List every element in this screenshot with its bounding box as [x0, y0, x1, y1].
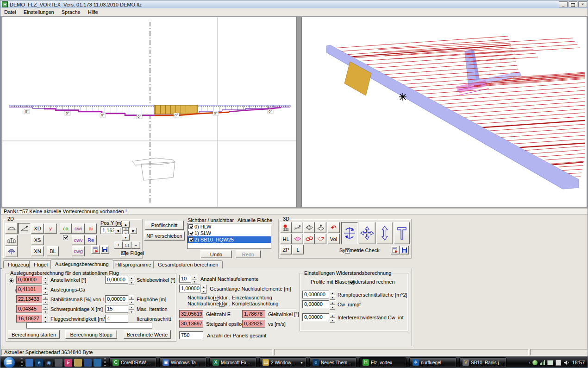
profilschnitt-button[interactable]: Profilschnitt	[145, 221, 184, 230]
zp-button[interactable]: ZP	[280, 245, 292, 254]
schiebewinkel-value[interactable]: 0,00000	[105, 276, 128, 284]
tab-auslegungsberechnung[interactable]: Auslegungsberechnung	[50, 260, 113, 269]
l-button[interactable]: L	[292, 245, 304, 254]
app-window-icon[interactable]	[55, 359, 63, 367]
task-neues-them[interactable]: e Neues Them...	[309, 357, 357, 368]
schwerpunktlage-value[interactable]: 0,04345	[16, 305, 42, 313]
device-icon[interactable]	[556, 360, 561, 366]
export-3d-button[interactable]	[391, 246, 400, 254]
tab-gesamtpolaren[interactable]: Gesamtpolaren berechnen	[153, 260, 223, 269]
battery-icon[interactable]	[547, 360, 553, 365]
zoom-reset-button[interactable]: 1:1	[123, 241, 131, 249]
anstellwinkel-spinner[interactable]: ▲▼	[43, 276, 48, 284]
task-two-windows[interactable]: ▤ 2 Window... ▼	[259, 357, 307, 368]
surface-visible-checkbox[interactable]	[188, 231, 193, 235]
fluggeschwindigkeit-value[interactable]: 16,18627	[16, 315, 42, 323]
np-verschieben-button[interactable]: NP verschieben	[144, 231, 185, 241]
laenge-nachlauf-spinner[interactable]: ▲▼	[201, 285, 206, 292]
re-button[interactable]: Re	[85, 235, 97, 245]
schwerpunktlage-spinner[interactable]: ▲▼	[43, 305, 48, 313]
tray-app-icon[interactable]	[532, 360, 538, 365]
show-desktop-icon[interactable]	[25, 359, 33, 367]
ca-checkbox[interactable]	[63, 235, 68, 240]
switch-window-icon[interactable]	[94, 359, 101, 367]
surface-visible-checkbox[interactable]	[188, 237, 193, 242]
xn-button[interactable]: XN	[31, 246, 44, 256]
display-icon[interactable]	[84, 359, 92, 367]
hangar-view-button[interactable]	[5, 235, 18, 246]
anzahl-nachlauf-spinner[interactable]: ▲▼	[192, 275, 197, 283]
alpha-distribution-button[interactable]	[292, 222, 303, 233]
flughoehe-spinner[interactable]: ▲▼	[129, 295, 134, 303]
redo-button[interactable]: Redo	[236, 250, 261, 258]
viewport-3d[interactable]	[301, 17, 587, 207]
volume-icon[interactable]	[563, 360, 569, 365]
zoom-out-button[interactable]: −	[131, 241, 140, 249]
close-button[interactable]: ×	[578, 1, 587, 7]
vol-button[interactable]: Vol	[327, 234, 340, 244]
panels-gesamt-value[interactable]: 750	[179, 331, 203, 339]
menu-datei[interactable]: Datei	[0, 9, 20, 15]
schiebewinkel-spinner[interactable]: ▲▼	[129, 276, 134, 284]
undo-button[interactable]: Undo	[200, 250, 232, 258]
panel-outline-button[interactable]	[292, 234, 303, 244]
pan-left-button[interactable]: ◀	[114, 228, 121, 234]
airfoil-view-button[interactable]	[5, 223, 18, 234]
pan-3d-button[interactable]	[359, 222, 375, 244]
pan-down-button[interactable]: ▼	[122, 234, 130, 241]
stabilitaetsmass-value[interactable]: 22,13433	[16, 295, 42, 303]
vortex-link-button[interactable]	[303, 234, 315, 244]
task-coreldraw[interactable]: C CorelDRAW ...	[109, 357, 156, 368]
cwg-button[interactable]: cwg	[72, 246, 85, 256]
berechnung-stopp-button[interactable]: Berechnung Stopp	[65, 330, 117, 339]
cw-rumpf-spinner[interactable]: ▲▼	[330, 300, 335, 308]
coreldraw-quicklaunch-icon[interactable]: ₣	[64, 359, 72, 367]
export-image-button[interactable]	[91, 245, 100, 254]
pan-right-button[interactable]: ▶	[130, 228, 137, 234]
max-iteration-spinner[interactable]: ▲▼	[129, 305, 134, 313]
fluggeschwindigkeit-spinner[interactable]: ▲▼	[43, 315, 48, 323]
angle-tool-button[interactable]	[18, 223, 31, 234]
max-iteration-value[interactable]: 15	[105, 305, 128, 313]
stabilitaetsmass-spinner[interactable]: ▲▼	[43, 295, 48, 303]
pan-up-button[interactable]: ▲	[122, 221, 130, 228]
task-flz-vortex[interactable]: H Flz_vortex	[359, 357, 407, 368]
cw-int-spinner[interactable]: ▲▼	[330, 313, 335, 321]
laenge-nachlauf-value[interactable]: 1,00000	[179, 285, 200, 292]
berechnete-werte-button[interactable]: Berechnete Werte	[124, 330, 171, 339]
radio-anstellwinkel[interactable]	[9, 278, 14, 283]
viewport-2d[interactable]: 0° 0° 0° 0° 0° 0° 0°	[2, 17, 297, 207]
panel-flat-button[interactable]	[303, 222, 315, 233]
cw-int-value[interactable]: 0,00000	[302, 313, 329, 321]
surface-item-sb10[interactable]: 2) SB10_HQW25	[188, 236, 271, 243]
tab-fluegel[interactable]: Flügel	[29, 260, 52, 269]
xd-button[interactable]: XD	[31, 223, 44, 234]
cwi-button[interactable]: cwi	[72, 223, 85, 234]
bl-button[interactable]: BL	[47, 246, 59, 256]
anstellwinkel-value[interactable]: 0,00000	[16, 276, 42, 284]
auslegungs-ca-spinner[interactable]: ▲▼	[43, 286, 48, 293]
title-bar[interactable]: H DEMO FLZ_VORTEX Vers. 01.173 11.03.201…	[0, 0, 588, 8]
panel-normal-button[interactable]	[315, 222, 326, 233]
media-player-icon[interactable]: ◉	[45, 359, 53, 367]
menu-einstellungen[interactable]: Einstellungen	[20, 9, 58, 15]
cw-rumpf-value[interactable]: 0,00000	[302, 300, 329, 308]
auslegungs-ca-value[interactable]: 0,41101	[16, 286, 42, 293]
internet-explorer-icon[interactable]: e	[35, 359, 43, 367]
xs-button[interactable]: XS	[31, 235, 44, 245]
menu-sprache[interactable]: Sprache	[58, 9, 84, 15]
umbrella-view-button[interactable]	[5, 246, 18, 257]
surface-visible-checkbox[interactable]	[188, 224, 193, 229]
surface-listbox[interactable]: 0) HLW 1) SLW 2) SB10_HQW25	[187, 223, 271, 249]
rotate-3d-button[interactable]	[341, 222, 358, 244]
network-signal-icon[interactable]	[540, 360, 545, 365]
tab-hilfsprogramme[interactable]: Hilfsprogramme	[111, 260, 156, 269]
restore-button[interactable]	[569, 1, 577, 7]
ai-button[interactable]: ai	[85, 223, 97, 234]
start-button[interactable]	[3, 356, 15, 368]
menu-hilfe[interactable]: Hilfe	[84, 9, 102, 15]
cwv-button[interactable]: cwv	[72, 235, 85, 245]
anzahl-nachlauf-value[interactable]: 10	[179, 275, 191, 283]
rumpfquerschnitt-spinner[interactable]: ▲▼	[330, 291, 335, 298]
undo-3d-button[interactable]: ↶	[327, 222, 340, 233]
